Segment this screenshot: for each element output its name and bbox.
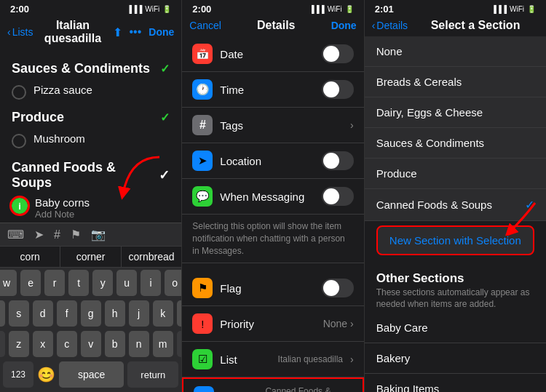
detail-row-tags[interactable]: # Tags › (182, 108, 363, 143)
keyboard-toolbar: ⌨ ➤ # ⚑ 📷 (0, 223, 181, 246)
kb-row-2: a s d f g h j k l (0, 298, 181, 329)
wifi-icon: WiFi (145, 5, 159, 13)
key-z[interactable]: z (9, 331, 29, 357)
key-y[interactable]: y (92, 270, 113, 296)
section-item-none[interactable]: None (365, 36, 546, 67)
status-bar-1: 2:00 ▐▐▐ WiFi 🔋 (0, 0, 181, 16)
keyboard-grid-icon[interactable]: ⌨ (7, 228, 24, 241)
add-note-label[interactable]: Add Note (35, 209, 90, 220)
done-button-p2[interactable]: Done (331, 20, 357, 31)
status-icons-1: ▐▐▐ WiFi 🔋 (127, 5, 171, 13)
flag-kb-icon[interactable]: ⚑ (71, 228, 81, 241)
key-f[interactable]: f (57, 300, 77, 327)
autocomplete-corn[interactable]: corn (0, 247, 60, 267)
info-icon[interactable]: i (12, 198, 28, 214)
key-n[interactable]: n (129, 331, 149, 357)
back-details-button[interactable]: ‹ Details (372, 20, 408, 31)
panel-1: 2:00 ▐▐▐ WiFi 🔋 ‹ Lists Italian quesadil… (0, 0, 182, 392)
key-m[interactable]: m (153, 331, 173, 357)
list-value: Italian quesadilla (278, 354, 343, 364)
autocomplete-cornbread[interactable]: cornbread (122, 247, 181, 267)
section-item-produce[interactable]: Produce (365, 159, 546, 189)
tags-label: Tags (220, 119, 343, 132)
key-shift[interactable]: ⇧ (0, 331, 5, 357)
emoji-icon[interactable]: 😊 (37, 366, 55, 383)
flag-toggle[interactable] (322, 279, 354, 297)
cancel-button[interactable]: Cancel (189, 20, 221, 31)
date-icon: 📅 (192, 44, 213, 64)
camera-kb-icon[interactable]: 📷 (91, 228, 106, 241)
list-item-mushroom[interactable]: Mushroom (0, 128, 181, 153)
panel-2: 2:00 ▐▐▐ WiFi 🔋 Cancel Details Done 📅 Da… (182, 0, 364, 392)
list-icon: ☑ (192, 349, 213, 369)
autocomplete-corner[interactable]: corner (60, 247, 121, 267)
key-j[interactable]: j (129, 300, 149, 327)
section-item-sauces[interactable]: Sauces & Condiments (365, 128, 546, 159)
back-lists-button[interactable]: ‹ Lists (7, 26, 33, 38)
key-123[interactable]: 123 (3, 361, 33, 388)
list-item-pizza-sauce[interactable]: Pizza sauce (0, 79, 181, 104)
section-sauces-chevron-icon[interactable]: ✓ (160, 62, 170, 76)
key-r[interactable]: r (44, 270, 65, 296)
time-toggle[interactable] (322, 80, 354, 99)
flag-label: Flag (220, 282, 314, 295)
section-item-dairy[interactable]: Dairy, Eggs & Cheese (365, 97, 546, 128)
section-item-breads[interactable]: Breads & Cereals (365, 67, 546, 97)
key-space[interactable]: space (59, 361, 124, 388)
detail-row-flag[interactable]: ⚑ Flag (182, 271, 363, 306)
location-label: Location (220, 155, 314, 167)
key-b[interactable]: b (105, 331, 125, 357)
when-messaging-toggle[interactable] (322, 187, 354, 206)
detail-row-time[interactable]: 🕐 Time (182, 72, 363, 108)
other-item-bakery[interactable]: Bakery (365, 343, 546, 374)
detail-row-section[interactable]: ≡ Section Canned Foods & Soups › (182, 377, 363, 392)
key-w[interactable]: w (0, 270, 17, 296)
time-2: 2:00 (192, 4, 211, 15)
flag-icon: ⚑ (192, 278, 213, 298)
date-toggle[interactable] (322, 44, 354, 63)
more-icon[interactable]: ••• (130, 25, 142, 39)
key-c[interactable]: c (57, 331, 77, 357)
keyboard[interactable]: q w e r t y u i o p a s d f g h j k l ⇧ … (0, 268, 181, 392)
key-e[interactable]: e (20, 270, 41, 296)
key-u[interactable]: u (116, 270, 137, 296)
other-item-baby-care[interactable]: Baby Care (365, 313, 546, 343)
detail-row-when-messaging[interactable]: 💬 When Messaging (182, 179, 363, 215)
item-label-pizza-sauce: Pizza sauce (33, 84, 92, 96)
detail-row-location[interactable]: ➤ Location (182, 143, 363, 179)
key-g[interactable]: g (81, 300, 101, 327)
signal-icon: ▐▐▐ (127, 5, 142, 13)
section-produce-chevron-icon[interactable]: ✓ (160, 111, 170, 124)
status-bar-3: 2:01 ▐▐▐ WiFi 🔋 (365, 0, 546, 16)
time-3: 2:01 (375, 4, 394, 15)
key-return[interactable]: return (127, 361, 178, 388)
key-a[interactable]: a (0, 300, 5, 327)
key-t[interactable]: t (68, 270, 89, 296)
detail-row-list[interactable]: ☑ List Italian quesadilla › (182, 342, 363, 377)
key-delete[interactable]: ⌫ (177, 331, 183, 357)
detail-row-priority[interactable]: ! Priority None › (182, 306, 363, 342)
list-item-baby-corns[interactable]: i Baby corns Add Note (0, 193, 181, 223)
key-x[interactable]: x (33, 331, 53, 357)
key-v[interactable]: v (81, 331, 101, 357)
p3-nav: ‹ Details Select a Section (365, 16, 546, 36)
detail-row-date[interactable]: 📅 Date (182, 36, 363, 72)
key-l[interactable]: l (177, 300, 183, 327)
key-h[interactable]: h (105, 300, 125, 327)
key-d[interactable]: d (33, 300, 53, 327)
red-arrow-1 (116, 153, 174, 204)
key-k[interactable]: k (153, 300, 173, 327)
done-button-p1[interactable]: Done (149, 26, 174, 38)
autocomplete-bar: corn corner cornbread (0, 246, 181, 268)
location-toggle[interactable] (322, 151, 354, 170)
share-icon[interactable]: ⬆ (113, 25, 122, 39)
location-kb-icon[interactable]: ➤ (34, 228, 44, 241)
section-dairy-label: Dairy, Eggs & Cheese (376, 106, 534, 119)
other-item-baking-items[interactable]: Baking Items (365, 374, 546, 392)
section-row-container: ≡ Section Canned Foods & Soups › (182, 377, 363, 392)
p2-nav: Cancel Details Done (182, 16, 363, 36)
key-i[interactable]: i (141, 270, 161, 296)
key-s[interactable]: s (9, 300, 29, 327)
key-o[interactable]: o (165, 270, 182, 296)
hashtag-kb-icon[interactable]: # (54, 228, 60, 241)
